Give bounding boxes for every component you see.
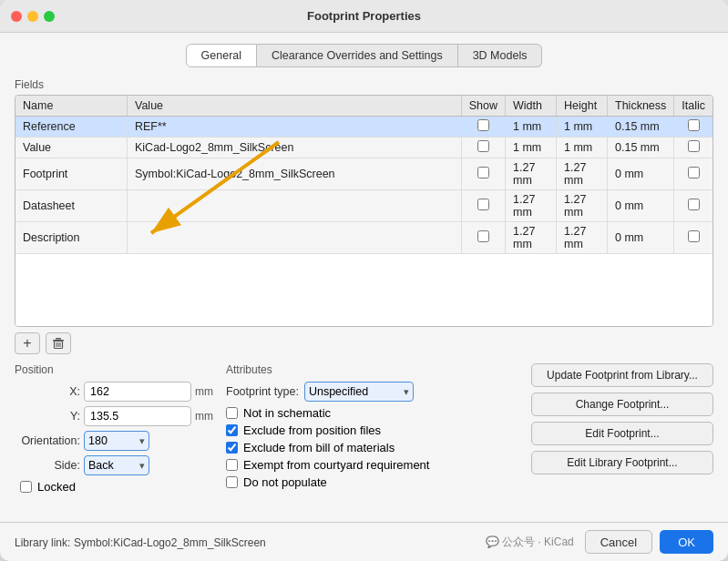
- y-label: Y:: [15, 410, 80, 423]
- fields-area: Fields Name Value Show Width Height Thic…: [15, 78, 713, 327]
- table-row[interactable]: Footprint Symbol:KiCad-Logo2_8mm_SilkScr…: [15, 158, 713, 190]
- cell-height: 1 mm: [557, 138, 608, 158]
- cell-value[interactable]: [128, 222, 462, 254]
- bottom-panels: Position X: mm Y: mm Orientation: 180: [15, 363, 713, 513]
- do-not-populate-checkbox[interactable]: [226, 476, 238, 488]
- exclude-bom-label: Exclude from bill of materials: [243, 441, 395, 454]
- edit-footprint-button[interactable]: Edit Footprint...: [531, 422, 713, 445]
- tab-general[interactable]: General: [186, 44, 257, 67]
- main-window: Footprint Properties General Clearance O…: [0, 0, 728, 561]
- not-in-schematic-row: Not in schematic: [226, 406, 520, 420]
- cell-height: 1.27 mm: [557, 190, 608, 222]
- exempt-courtyard-checkbox[interactable]: [226, 459, 238, 471]
- cell-italic[interactable]: [674, 138, 713, 158]
- minimize-button[interactable]: [27, 11, 38, 22]
- orientation-select-wrapper: 180 0 90 270: [84, 431, 149, 451]
- title-bar: Footprint Properties: [0, 0, 728, 33]
- fields-table-container: Name Value Show Width Height Thickness I…: [15, 95, 713, 327]
- trash-icon: [52, 337, 65, 350]
- col-width: Width: [506, 96, 557, 117]
- cell-italic[interactable]: [674, 158, 713, 190]
- exclude-position-checkbox[interactable]: [226, 424, 238, 436]
- cell-value[interactable]: [128, 190, 462, 222]
- exclude-bom-checkbox[interactable]: [226, 442, 238, 454]
- ok-button[interactable]: OK: [660, 530, 713, 554]
- delete-row-button[interactable]: [46, 332, 71, 354]
- cell-height: 1 mm: [557, 117, 608, 138]
- side-select-wrapper: Back Front: [84, 455, 149, 475]
- col-name: Name: [15, 96, 128, 117]
- side-select[interactable]: Back Front: [84, 455, 149, 475]
- cell-show[interactable]: [461, 222, 505, 254]
- cell-width: 1.27 mm: [506, 190, 557, 222]
- close-button[interactable]: [11, 11, 22, 22]
- cell-value[interactable]: REF**: [128, 117, 462, 138]
- orientation-select[interactable]: 180 0 90 270: [84, 431, 149, 451]
- cell-name: Value: [15, 138, 128, 158]
- exclude-position-row: Exclude from position files: [226, 423, 520, 437]
- cell-height: 1.27 mm: [557, 158, 608, 190]
- locked-row: Locked: [15, 480, 215, 494]
- cell-show[interactable]: [461, 117, 505, 138]
- update-footprint-button[interactable]: Update Footprint from Library...: [531, 363, 713, 387]
- exclude-bom-row: Exclude from bill of materials: [226, 441, 520, 454]
- cancel-button[interactable]: Cancel: [585, 530, 652, 554]
- y-unit: mm: [195, 410, 215, 423]
- cell-thickness: 0 mm: [608, 158, 674, 190]
- cell-italic[interactable]: [674, 117, 713, 138]
- not-in-schematic-label: Not in schematic: [243, 406, 331, 420]
- add-row-button[interactable]: +: [15, 332, 40, 354]
- maximize-button[interactable]: [44, 11, 55, 22]
- cell-show[interactable]: [461, 138, 505, 158]
- cell-show[interactable]: [461, 158, 505, 190]
- y-input[interactable]: [84, 406, 191, 426]
- footprint-type-label: Footprint type:: [226, 385, 299, 398]
- italic-checkbox[interactable]: [688, 119, 700, 131]
- show-checkbox[interactable]: [477, 140, 489, 152]
- library-link-value: Symbol:KiCad-Logo2_8mm_SilkScreen: [74, 536, 266, 549]
- locked-checkbox[interactable]: [20, 481, 32, 493]
- italic-checkbox[interactable]: [688, 230, 700, 242]
- footprint-type-select-wrapper: Unspecified SMD Through-hole: [304, 382, 414, 402]
- show-checkbox[interactable]: [477, 119, 489, 131]
- change-footprint-button[interactable]: Change Footprint...: [531, 393, 713, 416]
- tab-clearance[interactable]: Clearance Overrides and Settings: [257, 44, 458, 67]
- cell-width: 1.27 mm: [506, 222, 557, 254]
- show-checkbox[interactable]: [477, 199, 489, 210]
- col-show: Show: [461, 96, 505, 117]
- table-row[interactable]: Value KiCad-Logo2_8mm_SilkScreen 1 mm 1 …: [15, 138, 713, 158]
- table-row[interactable]: Reference REF** 1 mm 1 mm 0.15 mm: [15, 117, 713, 138]
- table-row[interactable]: Datasheet 1.27 mm 1.27 mm 0 mm: [15, 190, 713, 222]
- show-checkbox[interactable]: [477, 167, 489, 178]
- position-label: Position: [15, 363, 215, 376]
- col-value: Value: [128, 96, 462, 117]
- col-thickness: Thickness: [608, 96, 674, 117]
- fields-label: Fields: [15, 78, 713, 91]
- do-not-populate-label: Do not populate: [243, 475, 327, 489]
- exempt-courtyard-label: Exempt from courtyard requirement: [243, 458, 429, 472]
- not-in-schematic-checkbox[interactable]: [226, 407, 238, 419]
- italic-checkbox[interactable]: [688, 167, 700, 178]
- edit-library-footprint-button[interactable]: Edit Library Footprint...: [531, 451, 713, 474]
- cell-italic[interactable]: [674, 222, 713, 254]
- x-input[interactable]: [84, 382, 191, 402]
- italic-checkbox[interactable]: [688, 199, 700, 210]
- cell-show[interactable]: [461, 190, 505, 222]
- position-panel: Position X: mm Y: mm Orientation: 180: [15, 363, 215, 513]
- table-row[interactable]: Description 1.27 mm 1.27 mm 0 mm: [15, 222, 713, 254]
- attributes-panel: Attributes Footprint type: Unspecified S…: [226, 363, 520, 513]
- cell-value[interactable]: Symbol:KiCad-Logo2_8mm_SilkScreen: [128, 158, 462, 190]
- tab-3d[interactable]: 3D Models: [458, 44, 543, 67]
- locked-label: Locked: [37, 480, 76, 494]
- empty-rows-area: [15, 253, 713, 326]
- cell-italic[interactable]: [674, 190, 713, 222]
- side-label: Side:: [15, 459, 80, 472]
- window-title: Footprint Properties: [307, 9, 421, 23]
- cell-value[interactable]: KiCad-Logo2_8mm_SilkScreen: [128, 138, 462, 158]
- side-field-row: Side: Back Front: [15, 455, 215, 475]
- cell-width: 1 mm: [506, 117, 557, 138]
- cell-name: Description: [15, 222, 128, 254]
- show-checkbox[interactable]: [477, 230, 489, 242]
- footprint-type-select[interactable]: Unspecified SMD Through-hole: [304, 382, 414, 402]
- italic-checkbox[interactable]: [688, 140, 700, 152]
